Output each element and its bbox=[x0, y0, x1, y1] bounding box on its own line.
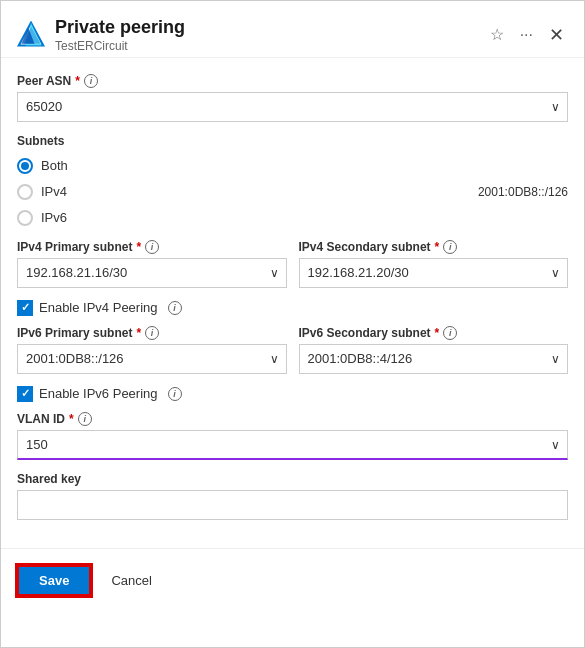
header-icons: ☆ ··· ✕ bbox=[486, 22, 568, 48]
ipv6-primary-input[interactable] bbox=[17, 344, 287, 374]
shared-key-input[interactable] bbox=[17, 490, 568, 520]
vlan-id-input-wrapper: ∨ bbox=[17, 430, 568, 460]
vlan-id-group: VLAN ID * i ∨ bbox=[17, 412, 568, 460]
close-icon: ✕ bbox=[549, 25, 564, 45]
subnets-group: Subnets Both IPv4 2001:0DB8::/126 IPv6 bbox=[17, 134, 568, 230]
save-button[interactable]: Save bbox=[17, 565, 91, 596]
radio-ipv6-label: IPv6 bbox=[41, 210, 67, 225]
enable-ipv6-checkbox[interactable] bbox=[17, 386, 33, 402]
more-options-button[interactable]: ··· bbox=[516, 24, 537, 46]
panel-header: Private peering TestERCircuit ☆ ··· ✕ bbox=[1, 1, 584, 58]
enable-ipv4-info-icon[interactable]: i bbox=[168, 301, 182, 315]
enable-ipv6-label: Enable IPv6 Peering bbox=[39, 386, 158, 401]
ipv4-secondary-group: IPv4 Secondary subnet * i ∨ bbox=[299, 240, 569, 288]
pin-icon: ☆ bbox=[490, 26, 504, 43]
panel: Private peering TestERCircuit ☆ ··· ✕ Pe… bbox=[0, 0, 585, 648]
ipv4-primary-label: IPv4 Primary subnet * i bbox=[17, 240, 287, 254]
ipv6-secondary-input-wrapper: ∨ bbox=[299, 344, 569, 374]
close-button[interactable]: ✕ bbox=[545, 22, 568, 48]
ellipsis-icon: ··· bbox=[520, 26, 533, 43]
shared-key-label: Shared key bbox=[17, 472, 568, 486]
peer-asn-input[interactable] bbox=[17, 92, 568, 122]
ipv4-secondary-input[interactable] bbox=[299, 258, 569, 288]
ipv6-hint-text: 2001:0DB8::/126 bbox=[478, 185, 568, 199]
peer-asn-required: * bbox=[75, 74, 80, 88]
radio-ipv4-label: IPv4 bbox=[41, 184, 67, 199]
enable-ipv6-row: Enable IPv6 Peering i bbox=[17, 386, 568, 402]
radio-both[interactable] bbox=[17, 158, 33, 174]
subnets-label: Subnets bbox=[17, 134, 568, 148]
peer-asn-input-wrapper: ∨ bbox=[17, 92, 568, 122]
radio-row-ipv6[interactable]: IPv6 bbox=[17, 206, 568, 230]
ipv6-secondary-info-icon[interactable]: i bbox=[443, 326, 457, 340]
enable-ipv4-label: Enable IPv4 Peering bbox=[39, 300, 158, 315]
ipv6-primary-label: IPv6 Primary subnet * i bbox=[17, 326, 287, 340]
panel-subtitle: TestERCircuit bbox=[55, 39, 185, 53]
cancel-button[interactable]: Cancel bbox=[99, 567, 163, 594]
radio-ipv4[interactable] bbox=[17, 184, 33, 200]
peer-asn-label: Peer ASN * i bbox=[17, 74, 568, 88]
enable-ipv4-checkbox[interactable] bbox=[17, 300, 33, 316]
ipv6-primary-info-icon[interactable]: i bbox=[145, 326, 159, 340]
ipv4-primary-input-wrapper: ∨ bbox=[17, 258, 287, 288]
ipv4-primary-info-icon[interactable]: i bbox=[145, 240, 159, 254]
ipv4-secondary-input-wrapper: ∨ bbox=[299, 258, 569, 288]
pin-button[interactable]: ☆ bbox=[486, 23, 508, 46]
ipv6-secondary-label: IPv6 Secondary subnet * i bbox=[299, 326, 569, 340]
ipv6-primary-input-wrapper: ∨ bbox=[17, 344, 287, 374]
ipv4-primary-group: IPv4 Primary subnet * i ∨ bbox=[17, 240, 287, 288]
azure-logo-icon bbox=[17, 21, 45, 49]
shared-key-group: Shared key bbox=[17, 472, 568, 520]
title-block: Private peering TestERCircuit bbox=[55, 17, 185, 53]
panel-footer: Save Cancel bbox=[1, 548, 584, 612]
ipv4-secondary-info-icon[interactable]: i bbox=[443, 240, 457, 254]
vlan-id-info-icon[interactable]: i bbox=[78, 412, 92, 426]
radio-row-ipv4[interactable]: IPv4 2001:0DB8::/126 bbox=[17, 180, 568, 204]
ipv6-subnet-group: IPv6 Primary subnet * i ∨ IPv6 Secondary… bbox=[17, 326, 568, 374]
ipv6-primary-group: IPv6 Primary subnet * i ∨ bbox=[17, 326, 287, 374]
vlan-id-label: VLAN ID * i bbox=[17, 412, 568, 426]
peer-asn-info-icon[interactable]: i bbox=[84, 74, 98, 88]
header-left: Private peering TestERCircuit bbox=[17, 17, 185, 53]
radio-row-both[interactable]: Both bbox=[17, 154, 568, 178]
peer-asn-group: Peer ASN * i ∨ bbox=[17, 74, 568, 122]
enable-ipv6-info-icon[interactable]: i bbox=[168, 387, 182, 401]
radio-ipv6[interactable] bbox=[17, 210, 33, 226]
ipv4-secondary-label: IPv4 Secondary subnet * i bbox=[299, 240, 569, 254]
ipv6-secondary-group: IPv6 Secondary subnet * i ∨ bbox=[299, 326, 569, 374]
vlan-id-input[interactable] bbox=[17, 430, 568, 460]
radio-both-label: Both bbox=[41, 158, 68, 173]
ipv4-subnet-group: IPv4 Primary subnet * i ∨ IPv4 Secondary… bbox=[17, 240, 568, 288]
panel-body: Peer ASN * i ∨ Subnets Both IP bbox=[1, 58, 584, 548]
subnets-radio-group: Both IPv4 2001:0DB8::/126 IPv6 bbox=[17, 154, 568, 230]
ipv4-primary-input[interactable] bbox=[17, 258, 287, 288]
panel-title: Private peering bbox=[55, 17, 185, 39]
enable-ipv4-row: Enable IPv4 Peering i bbox=[17, 300, 568, 316]
ipv6-secondary-input[interactable] bbox=[299, 344, 569, 374]
